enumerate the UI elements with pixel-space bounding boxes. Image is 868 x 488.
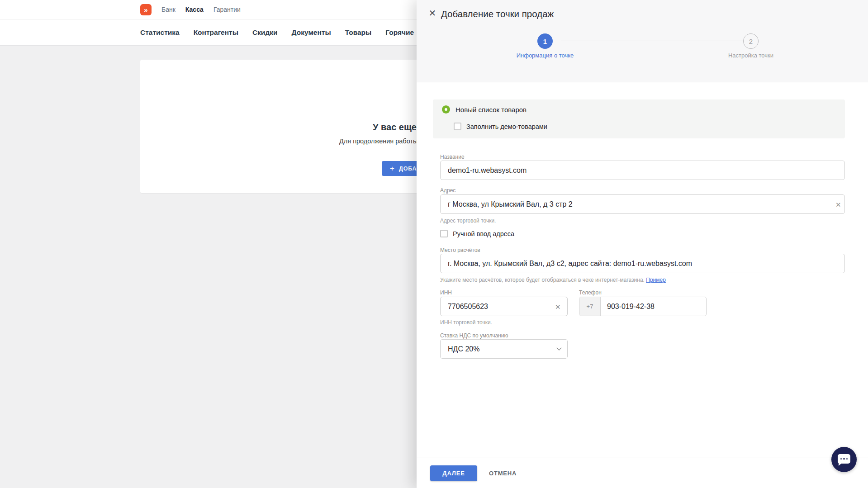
- vat-select[interactable]: НДС 20%: [440, 339, 568, 359]
- radio-selected-icon: [442, 105, 450, 114]
- stepper-step-1[interactable]: 1: [537, 33, 553, 49]
- product-list-options: Новый список товаров Заполнить демо-това…: [433, 99, 845, 138]
- empty-state-subtitle: Для продолжения работы: [339, 137, 417, 145]
- app-root: » Банк Касса Гарантии Статистика Контраг…: [0, 0, 868, 488]
- next-button[interactable]: ДАЛЕЕ: [430, 465, 477, 481]
- settlement-input[interactable]: [440, 254, 845, 273]
- settlement-field-label: Место расчётов: [440, 247, 480, 253]
- address-clear-icon[interactable]: ✕: [835, 201, 841, 208]
- tab-counterparties[interactable]: Контрагенты: [194, 28, 238, 37]
- phone-field-label: Телефон: [579, 289, 602, 296]
- name-field-label: Название: [440, 154, 465, 160]
- chat-bubble-icon: [838, 454, 850, 464]
- panel-footer: ДАЛЕЕ ОТМЕНА: [417, 458, 868, 488]
- stepper-label-1: Информация о точке: [491, 52, 599, 59]
- add-sales-point-panel: ✕ Добавление точки продаж 1 2 Информация…: [417, 0, 868, 488]
- stepper-step-2[interactable]: 2: [743, 33, 759, 49]
- nav-tabs: Статистика Контрагенты Скидки Документы …: [140, 19, 414, 45]
- chat-dot: [846, 458, 848, 460]
- demo-products-checkbox[interactable]: Заполнить демо-товарами: [454, 123, 547, 130]
- vat-field-label: Ставка НДС по умолчанию: [440, 332, 508, 339]
- example-link[interactable]: Пример: [646, 277, 666, 283]
- new-product-list-radio[interactable]: Новый список товаров: [442, 105, 526, 114]
- inn-hint: ИНН торговой точки.: [440, 319, 492, 326]
- address-hint: Адрес торговой точки.: [440, 218, 496, 224]
- stepper-connector: [561, 41, 743, 41]
- close-icon[interactable]: ✕: [426, 6, 439, 20]
- inn-field-label: ИНН: [440, 289, 452, 296]
- manual-address-checkbox[interactable]: Ручной ввод адреса: [440, 230, 514, 237]
- chat-dot: [840, 458, 842, 460]
- tab-statistics[interactable]: Статистика: [140, 28, 180, 37]
- empty-state-title: У вас еще: [373, 122, 417, 133]
- plus-icon: +: [390, 165, 394, 172]
- panel-body: Новый список товаров Заполнить демо-това…: [417, 82, 868, 458]
- panel-header: ✕ Добавление точки продаж 1 2 Информация…: [417, 0, 868, 82]
- address-input[interactable]: [440, 194, 845, 214]
- inn-clear-icon[interactable]: ✕: [555, 303, 561, 310]
- cancel-button[interactable]: ОТМЕНА: [489, 470, 517, 477]
- chat-dot: [843, 458, 845, 460]
- phone-country-prefix: +7: [579, 297, 601, 316]
- product-link-bank[interactable]: Банк: [161, 6, 175, 13]
- settlement-hint-text: Укажите место расчётов, которое будет от…: [440, 277, 645, 283]
- app-logo-icon[interactable]: »: [140, 4, 152, 15]
- chevron-down-icon: [556, 345, 561, 350]
- panel-title: Добавление точки продаж: [441, 9, 554, 19]
- tab-documents[interactable]: Документы: [292, 28, 331, 37]
- tab-products[interactable]: Товары: [345, 28, 372, 37]
- phone-input-group: +7: [579, 297, 707, 316]
- phone-input[interactable]: [601, 297, 706, 316]
- address-field-label: Адрес: [440, 187, 455, 194]
- name-input[interactable]: [440, 161, 845, 180]
- inn-input[interactable]: [440, 297, 568, 316]
- product-switcher: Банк Касса Гарантии: [161, 0, 241, 19]
- support-chat-button[interactable]: [831, 447, 857, 472]
- product-link-kassa[interactable]: Касса: [185, 6, 204, 13]
- vat-select-value: НДС 20%: [448, 345, 479, 353]
- product-link-garantii[interactable]: Гарантии: [213, 6, 241, 13]
- tab-discounts[interactable]: Скидки: [252, 28, 278, 37]
- checkbox-unchecked-icon: [440, 230, 448, 237]
- demo-products-label: Заполнить демо-товарами: [466, 123, 547, 130]
- new-product-list-label: Новый список товаров: [455, 106, 526, 114]
- checkbox-unchecked-icon: [454, 123, 461, 130]
- stepper-label-2: Настройка точки: [697, 52, 805, 59]
- tab-hotkeys[interactable]: Горячие: [385, 28, 414, 37]
- settlement-hint: Укажите место расчётов, которое будет от…: [440, 277, 666, 283]
- manual-address-label: Ручной ввод адреса: [453, 230, 514, 237]
